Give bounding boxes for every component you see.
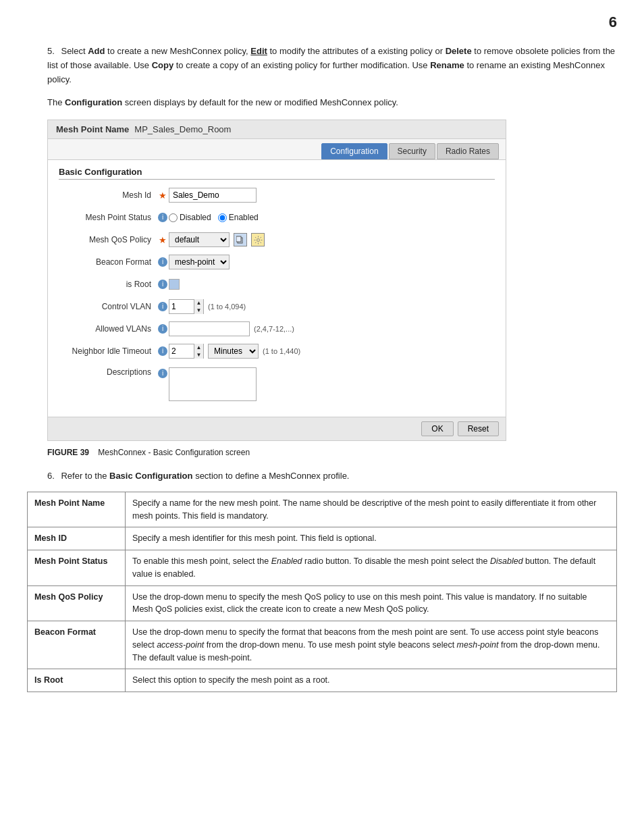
allowed-vlans-label: Allowed VLANs: [59, 324, 157, 334]
neighbor-idle-timeout-spinner[interactable]: ▲ ▼: [169, 344, 204, 359]
form-area: Basic Configuration Mesh Id ★ Mesh Point…: [48, 159, 506, 417]
tab-configuration[interactable]: Configuration: [321, 143, 387, 159]
beacon-format-select[interactable]: mesh-point access-point: [169, 255, 230, 269]
desc-mesh-point-status: To enable this mesh point, select the En…: [126, 550, 617, 586]
control-vlan-up[interactable]: ▲: [194, 299, 203, 307]
screenshot-panel: Mesh Point Name MP_Sales_Demo_Room Confi…: [47, 120, 506, 441]
table-row: Mesh ID Specify a mesh identifier for th…: [28, 527, 617, 550]
neighbor-idle-timeout-input[interactable]: [169, 344, 194, 358]
mesh-point-status-label: Mesh Point Status: [59, 213, 157, 222]
allowed-vlans-info-icon[interactable]: i: [158, 324, 167, 334]
mesh-point-name-bar: Mesh Point Name MP_Sales_Demo_Room: [48, 120, 506, 139]
svg-line-7: [255, 237, 256, 238]
control-vlan-spinner[interactable]: ▲ ▼: [169, 299, 204, 314]
svg-line-9: [260, 237, 261, 238]
desc-mesh-point-name: Specify a name for the new mesh point. T…: [126, 492, 617, 527]
is-root-row: is Root i: [59, 276, 495, 293]
mesh-id-label: Mesh Id: [59, 190, 157, 200]
mesh-id-required-star: ★: [159, 190, 167, 201]
field-mesh-qos-policy: Mesh QoS Policy: [28, 585, 126, 621]
field-mesh-id: Mesh ID: [28, 527, 126, 550]
beacon-format-info-icon[interactable]: i: [158, 257, 167, 267]
control-vlan-info-icon[interactable]: i: [158, 302, 167, 311]
settings-icon[interactable]: [251, 233, 265, 246]
tab-radio-rates[interactable]: Radio Rates: [437, 143, 499, 159]
mesh-point-status-info-icon[interactable]: i: [158, 213, 167, 222]
field-mesh-point-name: Mesh Point Name: [28, 492, 126, 527]
beacon-format-label: Beacon Format: [59, 257, 157, 267]
control-vlan-hint: (1 to 4,094): [208, 303, 246, 311]
control-vlan-arrows: ▲ ▼: [194, 299, 203, 314]
descriptions-textarea[interactable]: [169, 367, 257, 401]
reset-button[interactable]: Reset: [458, 421, 499, 436]
mesh-qos-required-star: ★: [159, 235, 167, 245]
mesh-qos-policy-label: Mesh QoS Policy: [59, 235, 157, 244]
is-root-label: is Root: [59, 280, 157, 289]
control-vlan-down[interactable]: ▼: [194, 307, 203, 314]
edit-label: Edit: [250, 46, 267, 56]
control-vlan-input[interactable]: [169, 300, 194, 313]
neighbor-idle-timeout-row: Neighbor Idle Timeout i ▲ ▼ Minutes Seco…: [59, 342, 495, 360]
mesh-point-name-value: MP_Sales_Demo_Room: [134, 124, 231, 134]
mesh-point-name-label: Mesh Point Name: [56, 124, 129, 134]
table-row: Is Root Select this option to specify th…: [28, 669, 617, 692]
mesh-id-row: Mesh Id ★: [59, 186, 495, 204]
ok-button[interactable]: OK: [421, 421, 453, 436]
control-vlan-label: Control VLAN: [59, 302, 157, 311]
is-root-info-icon[interactable]: i: [158, 280, 167, 289]
step6-text: 6. Refer to the Basic Configuration sect…: [47, 469, 617, 484]
basic-config-bold: Basic Configuration: [109, 471, 193, 481]
neighbor-idle-timeout-info-icon[interactable]: i: [158, 346, 167, 356]
is-root-checkbox[interactable]: [169, 279, 180, 290]
tab-bar: Configuration Security Radio Rates: [48, 139, 506, 159]
table-row: Mesh Point Name Specify a name for the n…: [28, 492, 617, 527]
svg-rect-1: [236, 236, 241, 242]
table-row: Mesh Point Status To enable this mesh po…: [28, 550, 617, 586]
neighbor-idle-timeout-arrows: ▲ ▼: [194, 344, 203, 359]
enabled-radio-label[interactable]: Enabled: [218, 213, 259, 222]
neighbor-idle-timeout-down[interactable]: ▼: [194, 351, 203, 359]
descriptions-row: Descriptions i: [59, 365, 495, 401]
enabled-radio[interactable]: [218, 213, 227, 222]
allowed-vlans-input[interactable]: [169, 321, 250, 336]
svg-line-10: [255, 242, 256, 242]
add-label: Add: [88, 46, 105, 56]
figure-number: FIGURE 39: [47, 448, 89, 457]
mesh-point-status-row: Mesh Point Status i Disabled Enabled: [59, 209, 495, 226]
figure-caption: FIGURE 39 MeshConnex - Basic Configurati…: [47, 448, 617, 457]
neighbor-idle-timeout-hint: (1 to 1,440): [263, 347, 300, 355]
neighbor-idle-timeout-up[interactable]: ▲: [194, 344, 203, 351]
svg-line-8: [260, 242, 261, 242]
field-is-root: Is Root: [28, 669, 126, 692]
mesh-qos-policy-select[interactable]: default: [169, 232, 230, 247]
beacon-format-row: Beacon Format i mesh-point access-point: [59, 253, 495, 271]
delete-label: Delete: [446, 46, 472, 56]
disabled-radio[interactable]: [169, 213, 178, 222]
field-mesh-point-status: Mesh Point Status: [28, 550, 126, 586]
mesh-qos-policy-row: Mesh QoS Policy ★ default: [59, 231, 495, 249]
neighbor-idle-timeout-unit-select[interactable]: Minutes Seconds: [208, 344, 259, 359]
svg-point-2: [257, 238, 259, 241]
tab-security[interactable]: Security: [389, 143, 435, 159]
config-note: The Configuration screen displays by def…: [47, 96, 617, 110]
control-vlan-row: Control VLAN i ▲ ▼ (1 to 4,094): [59, 298, 495, 315]
mesh-id-input[interactable]: [169, 188, 257, 203]
desc-mesh-id: Specify a mesh identifier for this mesh …: [126, 527, 617, 550]
allowed-vlans-row: Allowed VLANs i (2,4,7-12,...): [59, 320, 495, 338]
figure-title: MeshConnex - Basic Configuration screen: [98, 448, 250, 457]
mesh-point-status-radio-group: Disabled Enabled: [169, 213, 259, 222]
rename-label: Rename: [430, 60, 464, 70]
table-row: Mesh QoS Policy Use the drop-down menu t…: [28, 585, 617, 621]
page-number: 6: [27, 14, 617, 31]
descriptions-info-icon[interactable]: i: [158, 369, 167, 378]
section-title: Basic Configuration: [59, 167, 495, 180]
desc-beacon-format: Use the drop-down menu to specify the fo…: [126, 621, 617, 669]
disabled-radio-label[interactable]: Disabled: [169, 213, 211, 222]
bottom-bar: OK Reset: [48, 417, 506, 440]
copy-icon[interactable]: [234, 233, 247, 246]
step5-text: 5. Select Add to create a new MeshConnex…: [47, 45, 617, 86]
description-table: Mesh Point Name Specify a name for the n…: [27, 492, 617, 692]
field-beacon-format: Beacon Format: [28, 621, 126, 669]
neighbor-idle-timeout-label: Neighbor Idle Timeout: [59, 346, 157, 356]
allowed-vlans-hint: (2,4,7-12,...): [254, 325, 294, 333]
